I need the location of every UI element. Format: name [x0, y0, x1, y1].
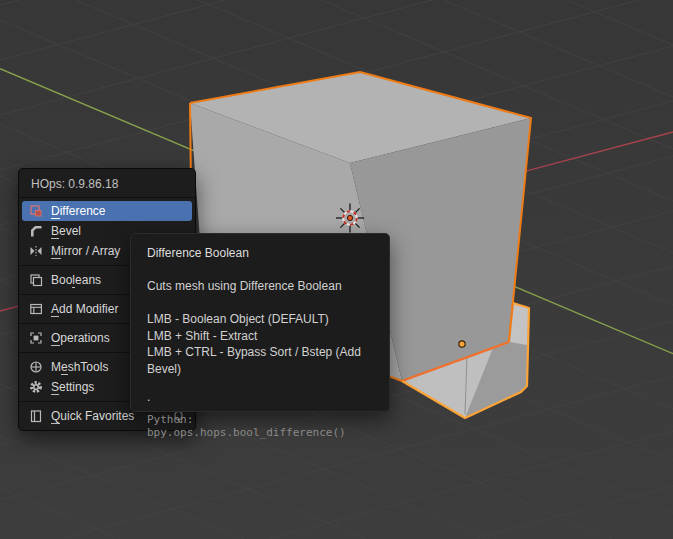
add-modifier-icon [29, 302, 43, 316]
tooltip-shortcut-line: LMB + Shift - Extract [147, 328, 373, 345]
tooltip-title: Difference Boolean [147, 246, 373, 260]
tooltip-description: Cuts mesh using Difference Boolean [147, 279, 373, 293]
tooltip-dot: . [147, 390, 373, 404]
tooltip-python-hint: Python: bpy.ops.hops.bool_difference() [147, 413, 373, 439]
quick-favorites-icon [29, 409, 43, 423]
menu-title: HOps: 0.9.86.18 [19, 169, 195, 198]
origin-dot [459, 341, 465, 347]
tooltip-shortcut-line: LMB - Boolean Object (DEFAULT) [147, 311, 373, 328]
menu-item-label: Difference [51, 201, 188, 221]
bevel-icon [29, 224, 43, 238]
blender-3d-viewport[interactable]: HOps: 0.9.86.18 Difference Bevel [0, 0, 673, 539]
tooltip-shortcuts: LMB - Boolean Object (DEFAULT) LMB + Shi… [147, 311, 373, 377]
difference-tooltip: Difference Boolean Cuts mesh using Diffe… [130, 233, 390, 412]
mirror-icon [29, 244, 43, 258]
meshtools-icon [29, 360, 43, 374]
operations-icon [29, 331, 43, 345]
boolean-difference-icon [29, 204, 43, 218]
tooltip-shortcut-line: LMB + CTRL - Bypass Sort / Bstep (Add Be… [147, 344, 373, 377]
settings-gear-icon [29, 380, 43, 394]
booleans-icon [29, 273, 43, 287]
menu-item-difference[interactable]: Difference [22, 201, 192, 221]
